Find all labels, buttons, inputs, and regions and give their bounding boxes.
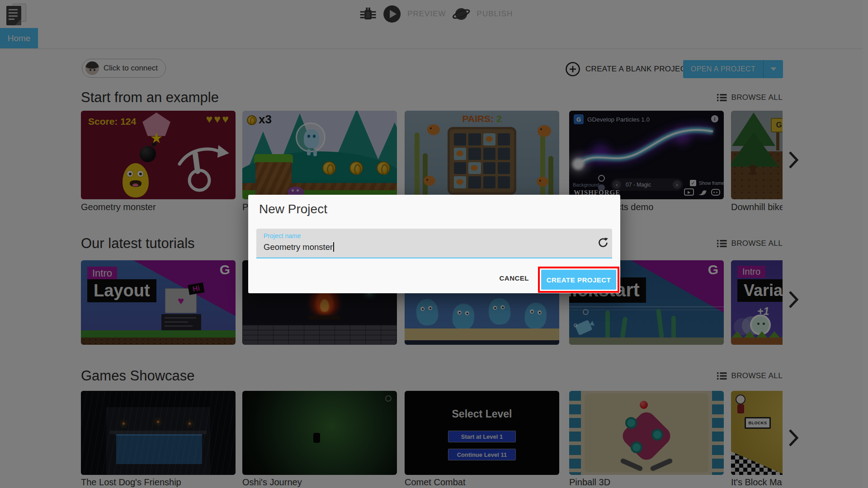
project-name-value[interactable]: Geometry monster xyxy=(264,242,333,252)
annotation-highlight-box: CREATE PROJECT xyxy=(538,267,619,293)
project-name-label: Project name xyxy=(264,232,301,239)
text-cursor xyxy=(333,242,334,252)
project-name-field[interactable]: Project name Geometry monster xyxy=(256,229,612,258)
cancel-button[interactable]: CANCEL xyxy=(495,272,534,285)
new-project-dialog: New Project Project name Geometry monste… xyxy=(248,195,620,293)
refresh-icon[interactable] xyxy=(597,236,609,249)
dialog-title: New Project xyxy=(259,202,327,216)
create-project-button[interactable]: CREATE PROJECT xyxy=(541,270,616,290)
